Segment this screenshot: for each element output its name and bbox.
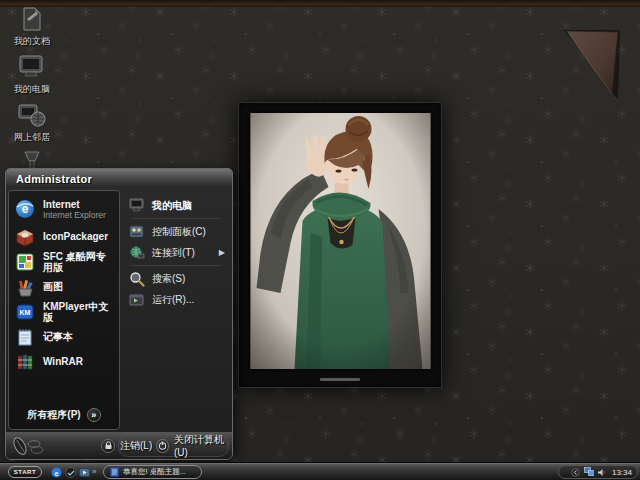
- quick-launch-show-desktop-icon[interactable]: [64, 466, 76, 478]
- task-window-icon: [110, 467, 119, 477]
- theme-logo-icon: [12, 435, 46, 457]
- log-off-lock-icon: [101, 439, 115, 453]
- network-places-icon: [16, 100, 48, 130]
- sfc-zhuoku-icon: [14, 251, 36, 273]
- winrar-icon: [14, 351, 36, 373]
- menu-item-label: 连接到(T): [152, 246, 195, 260]
- svg-text:e: e: [54, 469, 58, 476]
- notepad-icon: [14, 326, 36, 348]
- turn-off-computer-button[interactable]: 关闭计算机(U): [156, 432, 232, 459]
- start-button-label: START: [14, 469, 37, 475]
- start-menu-footer: 注销(L) 关闭计算机(U): [6, 432, 232, 459]
- menu-item-paint[interactable]: 画图: [9, 274, 119, 299]
- menu-item-search[interactable]: 搜索(S): [125, 268, 227, 289]
- desktop-icon-network-places[interactable]: 网上邻居: [3, 100, 61, 142]
- menu-item-my-computer[interactable]: 我的电脑: [125, 195, 227, 216]
- all-programs-label: 所有程序(P): [27, 408, 80, 422]
- desktop-icon-label: 我的文档: [3, 36, 61, 46]
- iconpackager-icon: [14, 226, 36, 248]
- frame-caption: [320, 378, 360, 381]
- start-menu-header: Administrator: [6, 169, 232, 188]
- menu-item-label: 控制面板(C): [152, 225, 206, 239]
- my-computer-icon: [16, 52, 48, 82]
- menu-item-sfc[interactable]: SFC 桌酷网专用版: [9, 249, 119, 274]
- submenu-arrow-icon: ▶: [219, 248, 225, 257]
- log-off-label: 注销(L): [120, 439, 152, 453]
- start-button[interactable]: START: [8, 466, 42, 478]
- menu-item-title: IconPackager: [43, 231, 108, 242]
- start-menu-body: e Internet Internet Explorer IconPackage…: [6, 188, 232, 432]
- task-button-label: 恭喜您! 桌酷主题...: [123, 467, 186, 477]
- taskbar: START e » 恭喜您! 桌酷主题... 13:34: [0, 462, 640, 480]
- menu-item-kmplayer[interactable]: KM KMPlayer中文版: [9, 299, 119, 324]
- portrait-photo: [250, 113, 431, 369]
- taskbar-clock[interactable]: 13:34: [612, 468, 632, 477]
- paint-icon: [14, 276, 36, 298]
- my-documents-icon: [16, 4, 48, 34]
- start-menu-pinned-list: e Internet Internet Explorer IconPackage…: [8, 190, 120, 430]
- system-tray: 13:34: [558, 465, 638, 479]
- menu-item-notepad[interactable]: 记事本: [9, 324, 119, 349]
- menu-item-label: 运行(R)...: [152, 293, 194, 307]
- menu-item-title: SFC 桌酷网专用版: [43, 251, 114, 273]
- quick-launch-ie-icon[interactable]: e: [50, 466, 62, 478]
- desktop-icon-label: 我的电脑: [3, 84, 61, 94]
- photo-frame: [238, 102, 442, 388]
- menu-separator: [131, 218, 221, 219]
- hidden-icons-button[interactable]: [571, 467, 581, 477]
- log-off-button[interactable]: 注销(L): [101, 432, 152, 459]
- start-menu-places-list: 我的电脑 控制面板(C) 连接到(T) ▶: [120, 190, 230, 430]
- wallpaper-page-curl: [520, 0, 640, 110]
- connect-to-icon: [128, 244, 145, 261]
- menu-item-label: 搜索(S): [152, 272, 185, 286]
- turn-off-label: 关闭计算机(U): [174, 433, 232, 458]
- menu-item-connect-to[interactable]: 连接到(T) ▶: [125, 242, 227, 263]
- menu-item-iconpackager[interactable]: IconPackager: [9, 224, 119, 249]
- search-icon: [128, 270, 145, 287]
- svg-text:KM: KM: [20, 309, 31, 316]
- power-icon: [156, 439, 169, 453]
- network-tray-icon[interactable]: [584, 467, 594, 477]
- desktop-icon-my-computer[interactable]: 我的电脑: [3, 52, 61, 94]
- all-programs-arrow-icon: »: [87, 408, 101, 422]
- user-name: Administrator: [16, 173, 92, 185]
- quick-launch-media-player-icon[interactable]: [78, 466, 90, 478]
- menu-item-title: 画图: [43, 281, 63, 292]
- desktop-icon-my-documents[interactable]: 我的文档: [3, 4, 61, 46]
- desktop: 我的文档 我的电脑 网上邻居: [0, 0, 640, 480]
- internet-explorer-icon: e: [14, 198, 36, 220]
- menu-item-label: 我的电脑: [152, 199, 192, 213]
- menu-item-title: WinRAR: [43, 356, 83, 367]
- menu-item-internet[interactable]: e Internet Internet Explorer: [9, 194, 119, 224]
- taskbar-task-button[interactable]: 恭喜您! 桌酷主题...: [103, 465, 202, 479]
- desktop-icon-label: 网上邻居: [3, 132, 61, 142]
- control-panel-icon: [128, 223, 145, 240]
- start-menu: Administrator e Internet Internet Explor…: [5, 168, 233, 460]
- menu-item-subtitle: Internet Explorer: [43, 210, 106, 220]
- menu-item-run[interactable]: 运行(R)...: [125, 289, 227, 310]
- run-icon: [128, 291, 145, 308]
- menu-item-title: 记事本: [43, 331, 73, 342]
- volume-tray-icon[interactable]: [597, 467, 607, 477]
- quick-launch-overflow-chevron[interactable]: »: [92, 467, 96, 477]
- menu-separator: [131, 265, 221, 266]
- all-programs-button[interactable]: 所有程序(P) »: [9, 403, 119, 427]
- kmplayer-icon: KM: [14, 301, 36, 323]
- menu-item-title: KMPlayer中文版: [43, 301, 114, 323]
- menu-item-control-panel[interactable]: 控制面板(C): [125, 221, 227, 242]
- menu-item-winrar[interactable]: WinRAR: [9, 349, 119, 374]
- my-computer-icon: [128, 197, 145, 214]
- menu-item-title: Internet: [43, 199, 106, 210]
